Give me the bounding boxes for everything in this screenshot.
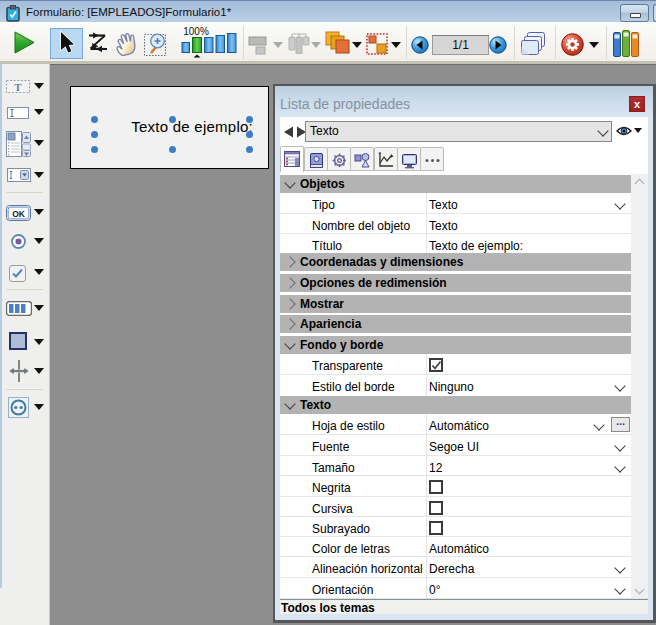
svg-text:T: T	[14, 81, 22, 93]
svg-text:OK: OK	[12, 209, 26, 219]
